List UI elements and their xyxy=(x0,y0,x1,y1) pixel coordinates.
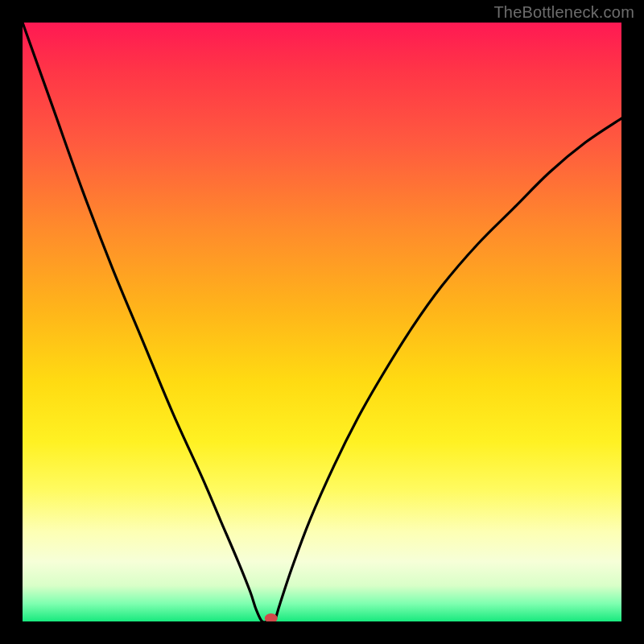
curve-layer xyxy=(23,23,621,621)
watermark-text: TheBottleneck.com xyxy=(493,3,634,22)
bottleneck-curve-path xyxy=(23,23,621,621)
plot-area xyxy=(23,23,621,621)
chart-frame: TheBottleneck.com xyxy=(0,0,644,644)
